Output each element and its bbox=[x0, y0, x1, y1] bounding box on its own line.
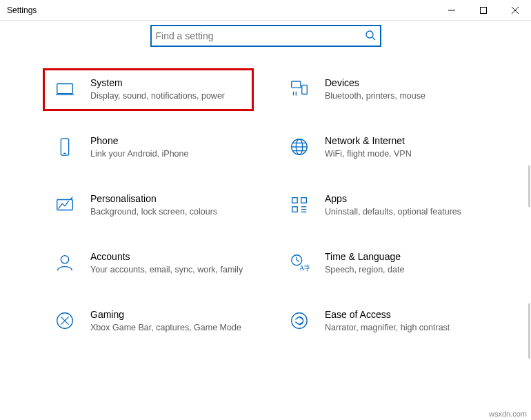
window-title: Settings bbox=[7, 6, 37, 15]
svg-rect-12 bbox=[61, 139, 68, 155]
network-icon bbox=[288, 135, 311, 159]
phone-icon bbox=[53, 135, 77, 159]
svg-text:A字: A字 bbox=[299, 264, 310, 272]
svg-point-4 bbox=[366, 31, 373, 38]
settings-tile-ease[interactable]: Ease of AccessNarrator, magnifier, high … bbox=[279, 302, 486, 341]
svg-rect-9 bbox=[302, 85, 308, 94]
svg-point-27 bbox=[61, 255, 68, 263]
tile-desc: Xbox Game Bar, captures, Game Mode bbox=[90, 322, 243, 334]
system-icon bbox=[53, 77, 77, 101]
accounts-icon bbox=[53, 251, 77, 274]
tile-title: Phone bbox=[90, 135, 243, 146]
tile-desc: Uninstall, defaults, optional features bbox=[325, 206, 478, 218]
scrollbar[interactable] bbox=[528, 303, 530, 359]
timelang-icon: A字 bbox=[288, 251, 311, 274]
settings-grid: SystemDisplay, sound, notifications, pow… bbox=[0, 57, 531, 347]
tile-title: Apps bbox=[325, 193, 478, 204]
tile-desc: Display, sound, notifications, power bbox=[90, 90, 243, 102]
titlebar: Settings bbox=[0, 0, 531, 21]
tile-text: Time & LanguageSpeech, region, date bbox=[325, 251, 478, 276]
tile-text: AppsUninstall, defaults, optional featur… bbox=[325, 193, 478, 218]
settings-tile-system[interactable]: SystemDisplay, sound, notifications, pow… bbox=[43, 68, 254, 111]
svg-rect-21 bbox=[292, 197, 298, 203]
tile-text: PersonalisationBackground, lock screen, … bbox=[90, 193, 243, 218]
search-icon bbox=[365, 30, 376, 43]
settings-tile-apps[interactable]: AppsUninstall, defaults, optional featur… bbox=[279, 186, 486, 225]
tile-desc: Bluetooth, printers, mouse bbox=[325, 90, 478, 102]
tile-desc: Speech, region, date bbox=[325, 264, 478, 276]
personalisation-icon bbox=[53, 193, 77, 217]
search-box[interactable] bbox=[150, 25, 381, 47]
tile-title: System bbox=[90, 77, 243, 88]
svg-rect-19 bbox=[57, 199, 73, 210]
tile-desc: Background, lock screen, colours bbox=[90, 206, 243, 218]
settings-tile-phone[interactable]: PhoneLink your Android, iPhone bbox=[45, 128, 252, 167]
apps-icon bbox=[288, 193, 311, 217]
tile-text: DevicesBluetooth, printers, mouse bbox=[325, 77, 478, 102]
window-controls bbox=[436, 0, 531, 20]
svg-rect-23 bbox=[292, 207, 298, 212]
search-wrap bbox=[0, 21, 531, 57]
minimize-button[interactable] bbox=[436, 0, 468, 21]
svg-rect-1 bbox=[481, 8, 487, 14]
tile-title: Devices bbox=[325, 77, 478, 88]
svg-line-5 bbox=[372, 37, 375, 40]
tile-text: GamingXbox Game Bar, captures, Game Mode bbox=[90, 309, 243, 334]
scrollbar[interactable] bbox=[528, 166, 530, 207]
devices-icon bbox=[288, 77, 311, 101]
settings-tile-accounts[interactable]: AccountsYour accounts, email, sync, work… bbox=[45, 244, 252, 283]
tile-text: Network & InternetWiFi, flight mode, VPN bbox=[325, 135, 478, 160]
svg-rect-22 bbox=[301, 197, 307, 203]
tile-desc: Your accounts, email, sync, work, family bbox=[90, 264, 243, 276]
tile-desc: Link your Android, iPhone bbox=[90, 148, 243, 160]
content-area: SystemDisplay, sound, notifications, pow… bbox=[0, 21, 531, 354]
tile-text: Ease of AccessNarrator, magnifier, high … bbox=[325, 309, 478, 334]
settings-tile-timelang[interactable]: A字Time & LanguageSpeech, region, date bbox=[279, 244, 486, 283]
tile-text: SystemDisplay, sound, notifications, pow… bbox=[90, 77, 243, 102]
svg-line-30 bbox=[297, 260, 299, 261]
tile-title: Gaming bbox=[90, 309, 243, 320]
gaming-icon bbox=[53, 309, 77, 332]
watermark: wsxdn.com bbox=[489, 410, 527, 418]
settings-tile-personalisation[interactable]: PersonalisationBackground, lock screen, … bbox=[45, 186, 252, 225]
close-button[interactable] bbox=[499, 0, 531, 21]
tile-text: PhoneLink your Android, iPhone bbox=[90, 135, 243, 160]
settings-tile-network[interactable]: Network & InternetWiFi, flight mode, VPN bbox=[279, 128, 486, 167]
tile-title: Accounts bbox=[90, 251, 243, 262]
svg-rect-8 bbox=[292, 81, 301, 88]
tile-desc: WiFi, flight mode, VPN bbox=[325, 148, 478, 160]
ease-icon bbox=[288, 309, 311, 332]
svg-rect-6 bbox=[57, 84, 73, 94]
tile-title: Personalisation bbox=[90, 193, 243, 204]
settings-tile-gaming[interactable]: GamingXbox Game Bar, captures, Game Mode bbox=[45, 302, 252, 341]
tile-title: Network & Internet bbox=[325, 135, 478, 146]
tile-title: Time & Language bbox=[325, 251, 478, 262]
tile-text: AccountsYour accounts, email, sync, work… bbox=[90, 251, 243, 276]
settings-tile-devices[interactable]: DevicesBluetooth, printers, mouse bbox=[279, 70, 486, 109]
tile-title: Ease of Access bbox=[325, 309, 478, 320]
tile-desc: Narrator, magnifier, high contrast bbox=[325, 322, 478, 334]
svg-point-35 bbox=[292, 312, 308, 328]
maximize-button[interactable] bbox=[468, 0, 499, 21]
search-input[interactable] bbox=[156, 30, 365, 41]
